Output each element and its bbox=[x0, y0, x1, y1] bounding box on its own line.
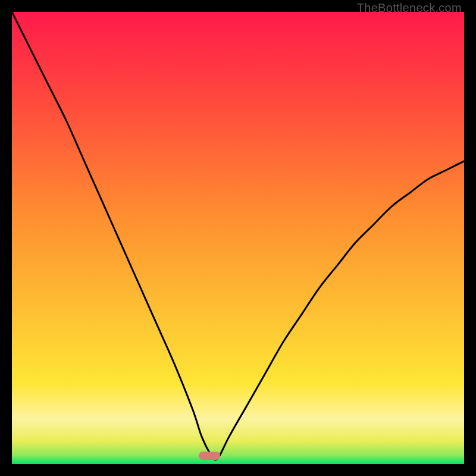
optimal-marker bbox=[199, 452, 220, 460]
plot-area bbox=[12, 12, 464, 464]
chart-frame: TheBottleneck.com bbox=[0, 0, 476, 476]
bottleneck-curve bbox=[12, 12, 464, 464]
watermark-text: TheBottleneck.com bbox=[357, 1, 462, 15]
